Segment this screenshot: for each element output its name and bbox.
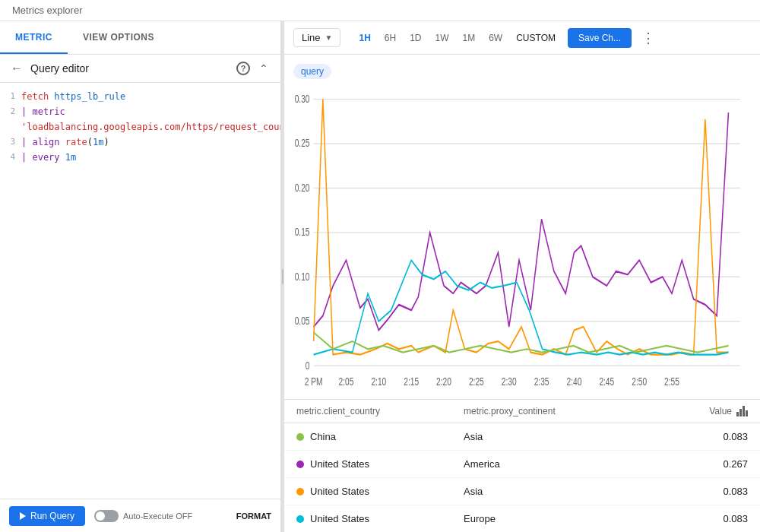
svg-text:2:10: 2:10 <box>371 376 386 388</box>
query-chip[interactable]: query <box>284 61 760 82</box>
format-button[interactable]: FORMAT <box>236 511 271 521</box>
continent-cell: Asia <box>464 431 631 442</box>
table-row: United States Asia 0.083 <box>284 478 760 505</box>
query-editor-header: ← Query editor ? ⌃ <box>0 55 280 83</box>
code-line-1: 1 fetch https_lb_rule <box>0 89 280 104</box>
back-button[interactable]: ← <box>9 61 24 76</box>
auto-execute-toggle[interactable]: Auto-Execute OFF <box>94 510 192 522</box>
svg-text:2:50: 2:50 <box>632 376 647 388</box>
svg-text:2:25: 2:25 <box>469 376 484 388</box>
svg-text:0.10: 0.10 <box>295 271 310 283</box>
series-dot <box>296 433 304 441</box>
svg-text:2:30: 2:30 <box>502 376 517 388</box>
svg-text:2:05: 2:05 <box>339 376 354 388</box>
bottom-bar: Run Query Auto-Execute OFF FORMAT <box>0 499 280 532</box>
country-cell: United States <box>296 513 464 524</box>
time-btn-6w[interactable]: 6W <box>483 30 508 46</box>
table-row: United States America 0.267 <box>284 451 760 478</box>
left-panel: METRIC VIEW OPTIONS ← Query editor ? ⌃ 1… <box>0 21 281 532</box>
code-line-4: 4 | every 1m <box>0 150 280 165</box>
dropdown-arrow-icon: ▼ <box>325 33 333 42</box>
chart-area: query 0.30 0.25 0.20 0.15 <box>284 55 760 399</box>
svg-text:2:35: 2:35 <box>534 376 549 388</box>
save-chart-button[interactable]: Save Ch... <box>568 28 632 48</box>
right-panel: Line ▼ 1H 6H 1D 1W 1M 6W CUSTOM Save Ch.… <box>284 21 760 532</box>
continent-cell: Europe <box>464 513 631 524</box>
col-header-value: Value <box>631 406 748 416</box>
continent-cell: Asia <box>464 486 631 497</box>
code-line-2: 2 | metric <box>0 104 280 119</box>
collapse-icon[interactable]: ⌃ <box>256 61 271 76</box>
chart-toolbar: Line ▼ 1H 6H 1D 1W 1M 6W CUSTOM Save Ch.… <box>284 21 760 55</box>
code-line-3: 3 | align rate(1m) <box>0 135 280 150</box>
main-container: METRIC VIEW OPTIONS ← Query editor ? ⌃ 1… <box>0 21 760 532</box>
code-line-2b: 'loadbalancing.googleapis.com/https/requ… <box>0 119 280 135</box>
svg-text:2:15: 2:15 <box>404 376 419 388</box>
tab-bar: METRIC VIEW OPTIONS <box>0 21 280 55</box>
time-btn-1m[interactable]: 1M <box>457 30 482 46</box>
svg-text:2:40: 2:40 <box>567 376 582 388</box>
value-cell: 0.083 <box>631 486 748 497</box>
svg-text:2:20: 2:20 <box>436 376 451 388</box>
line-chart: 0.30 0.25 0.20 0.15 0.10 0.05 0 2 PM 2:0… <box>290 88 748 399</box>
series-dot <box>296 488 304 496</box>
col-header-country: metric.client_country <box>296 406 464 416</box>
table-row: United States Europe 0.083 <box>284 505 760 532</box>
toggle-switch[interactable] <box>94 510 119 522</box>
col-header-continent: metric.proxy_continent <box>464 406 631 416</box>
code-area: 1 fetch https_lb_rule 2 | metric 'loadba… <box>0 83 280 499</box>
tab-metric[interactable]: METRIC <box>0 21 68 54</box>
value-cell: 0.083 <box>631 431 748 442</box>
value-cell: 0.267 <box>631 458 748 470</box>
data-table: metric.client_country metric.proxy_conti… <box>284 399 760 532</box>
country-cell: China <box>296 431 464 442</box>
svg-text:0.20: 0.20 <box>295 182 310 194</box>
svg-text:2:45: 2:45 <box>599 376 614 388</box>
chart-wrapper: 0.30 0.25 0.20 0.15 0.10 0.05 0 2 PM 2:0… <box>284 82 760 399</box>
table-row: China Asia 0.083 <box>284 423 760 451</box>
svg-text:2 PM: 2 PM <box>305 376 323 388</box>
svg-text:0.25: 0.25 <box>295 138 310 150</box>
continent-cell: America <box>464 458 631 470</box>
time-btn-custom[interactable]: CUSTOM <box>510 30 562 46</box>
svg-text:0.05: 0.05 <box>295 315 310 327</box>
tab-view-options[interactable]: VIEW OPTIONS <box>68 21 169 54</box>
country-cell: United States <box>296 486 464 497</box>
series-dot <box>296 461 304 468</box>
auto-execute-label: Auto-Execute OFF <box>123 511 192 521</box>
svg-text:0: 0 <box>306 359 310 372</box>
page-title: Metrics explorer <box>12 5 82 16</box>
time-range-buttons: 1H 6H 1D 1W 1M 6W CUSTOM <box>353 30 561 46</box>
country-cell: United States <box>296 458 464 470</box>
run-query-button[interactable]: Run Query <box>9 506 85 526</box>
header-icons: ? ⌃ <box>236 61 271 76</box>
svg-text:2:55: 2:55 <box>664 376 679 388</box>
query-editor-title: Query editor <box>30 62 236 74</box>
series-dot <box>296 515 304 523</box>
run-icon <box>20 512 26 520</box>
more-options-icon[interactable]: ⋮ <box>638 27 659 49</box>
time-btn-1w[interactable]: 1W <box>429 30 455 46</box>
chart-type-selector[interactable]: Line ▼ <box>293 28 340 47</box>
svg-text:0.30: 0.30 <box>295 93 310 105</box>
help-icon[interactable]: ? <box>236 62 250 75</box>
table-header: metric.client_country metric.proxy_conti… <box>284 400 760 423</box>
top-bar: Metrics explorer <box>0 0 760 21</box>
svg-text:0.15: 0.15 <box>295 226 310 239</box>
time-btn-6h[interactable]: 6H <box>378 30 402 46</box>
time-btn-1d[interactable]: 1D <box>404 30 427 46</box>
sort-bars-icon[interactable] <box>736 406 748 416</box>
value-cell: 0.083 <box>631 513 748 524</box>
time-btn-1h[interactable]: 1H <box>353 30 376 46</box>
